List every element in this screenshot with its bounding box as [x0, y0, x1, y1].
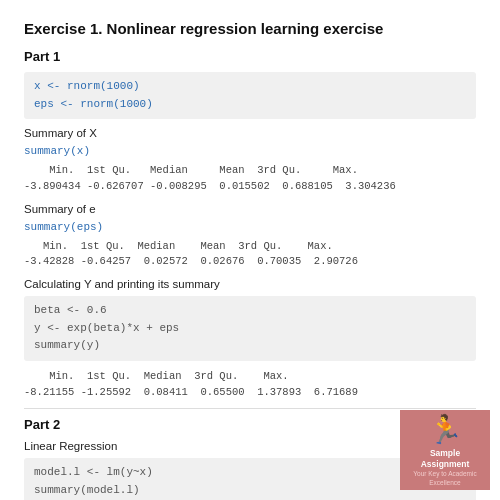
code-block-setup: x <- rnorm(1000) eps <- rnorm(1000) — [24, 72, 476, 119]
code-line2: eps <- rnorm(1000) — [34, 98, 153, 110]
code-line1: x <- rnorm(1000) — [34, 80, 140, 92]
watermark-badge: 🏃 Sample Assignment Your Key to Academic… — [400, 410, 490, 490]
part1-heading: Part 1 — [24, 49, 476, 64]
calc-line3: summary(y) — [34, 339, 100, 351]
summary-x-command: summary(x) — [24, 145, 476, 157]
calc-line2: y <- exp(beta)*x + eps — [34, 322, 179, 334]
linear-line1: model.l <- lm(y~x) — [34, 466, 153, 478]
watermark-subtitle: Your Key to Academic Excellence — [406, 470, 484, 487]
summary-e-command: summary(eps) — [24, 221, 476, 233]
summary-y-output: Min. 1st Qu. Median 3rd Qu. Max. -8.2115… — [24, 369, 476, 401]
summary-x-label: Summary of X — [24, 127, 476, 139]
watermark-title: Sample Assignment — [406, 448, 484, 470]
summary-e-output: Min. 1st Qu. Median Mean 3rd Qu. Max. -3… — [24, 239, 476, 271]
summary-e-label: Summary of e — [24, 203, 476, 215]
calc-line1: beta <- 0.6 — [34, 304, 107, 316]
code-block-calc: beta <- 0.6 y <- exp(beta)*x + eps summa… — [24, 296, 476, 361]
watermark-icon: 🏃 — [428, 413, 463, 446]
calc-label: Calculating Y and printing its summary — [24, 278, 476, 290]
summary-x-output: Min. 1st Qu. Median Mean 3rd Qu. Max. -3… — [24, 163, 476, 195]
linear-line2: summary(model.l) — [34, 484, 140, 496]
page-title: Exercise 1. Nonlinear regression learnin… — [24, 20, 476, 37]
